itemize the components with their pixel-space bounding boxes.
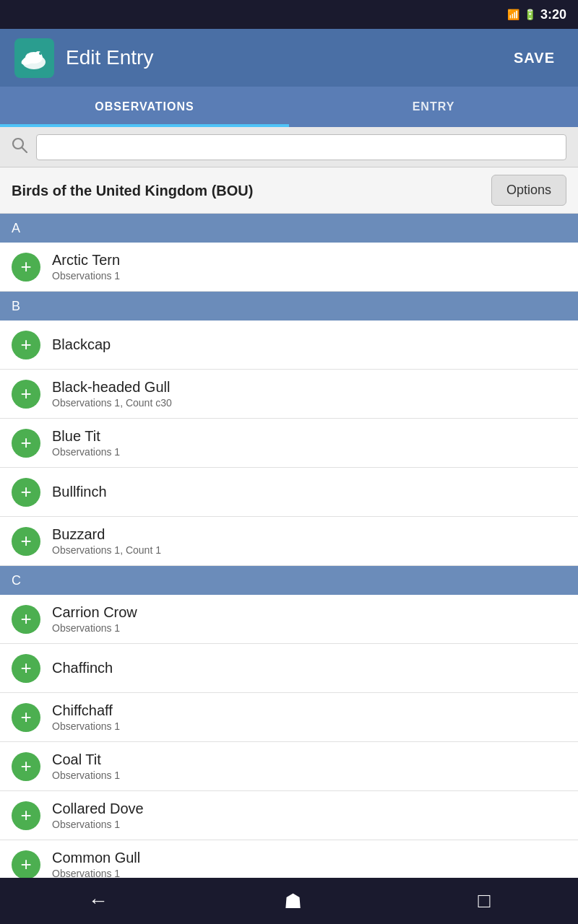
species-name: Bullfinch [52, 484, 107, 500]
plus-icon: + [20, 335, 31, 354]
list-item[interactable]: +Arctic TernObservations 1 [0, 243, 578, 292]
add-species-button[interactable]: + [12, 253, 40, 282]
species-name: Blue Tit [52, 428, 120, 445]
plus-icon: + [20, 806, 31, 824]
list-item[interactable]: +Blackcap [0, 321, 578, 370]
add-species-button[interactable]: + [12, 752, 40, 781]
search-input[interactable] [36, 134, 566, 160]
species-observations: Observations 1 [52, 622, 137, 634]
species-observations: Observations 1 [52, 270, 120, 282]
save-button[interactable]: SAVE [505, 44, 564, 72]
species-name: Chiffchaff [52, 702, 120, 719]
header-left: Edit Entry [14, 38, 153, 78]
plus-icon: + [20, 482, 31, 501]
species-text: Common GullObservations 1 [52, 850, 140, 878]
tab-entry[interactable]: ENTRY [289, 87, 578, 127]
species-observations: Observations 1 [52, 770, 120, 781]
plus-icon: + [20, 855, 31, 873]
add-species-button[interactable]: + [12, 380, 40, 409]
species-observations: Observations 1 [52, 446, 120, 458]
plus-icon: + [20, 609, 31, 628]
birds-list-title: Birds of the United Kingdom (BOU) [12, 182, 253, 199]
list-item[interactable]: +Collared DoveObservations 1 [0, 791, 578, 840]
add-species-button[interactable]: + [12, 429, 40, 458]
list-item[interactable]: +BuzzardObservations 1, Count 1 [0, 517, 578, 566]
species-text: Black-headed GullObservations 1, Count c… [52, 379, 172, 409]
app-header: Edit Entry SAVE [0, 29, 578, 87]
options-button[interactable]: Options [491, 175, 566, 206]
section-header-a: A [0, 214, 578, 243]
species-name: Collared Dove [52, 801, 144, 817]
species-observations: Observations 1 [52, 819, 144, 830]
list-item[interactable]: +Black-headed GullObservations 1, Count … [0, 370, 578, 419]
species-text: Arctic TernObservations 1 [52, 252, 120, 282]
species-text: BuzzardObservations 1, Count 1 [52, 526, 161, 556]
species-name: Buzzard [52, 526, 161, 543]
species-text: Chaffinch [52, 660, 113, 676]
birds-header: Birds of the United Kingdom (BOU) Option… [0, 167, 578, 214]
list-item[interactable]: +Chaffinch [0, 644, 578, 693]
species-observations: Observations 1 [52, 868, 140, 878]
status-time: 3:20 [540, 7, 566, 22]
plus-icon: + [20, 658, 31, 677]
plus-icon: + [20, 757, 31, 775]
svg-line-6 [22, 147, 27, 152]
species-name: Common Gull [52, 850, 140, 866]
list-item[interactable]: +Common GullObservations 1 [0, 840, 578, 878]
search-icon [12, 137, 27, 157]
tab-observations[interactable]: OBSERVATIONS [0, 87, 289, 127]
add-species-button[interactable]: + [12, 850, 40, 879]
tab-bar: OBSERVATIONS ENTRY [0, 87, 578, 127]
species-name: Blackcap [52, 336, 111, 353]
species-text: Coal TitObservations 1 [52, 751, 120, 781]
add-species-button[interactable]: + [12, 654, 40, 683]
battery-icon: 🔋 [524, 9, 536, 20]
species-text: Carrion CrowObservations 1 [52, 604, 137, 634]
search-bar [0, 127, 578, 167]
list-item[interactable]: +Carrion CrowObservations 1 [0, 595, 578, 644]
add-species-button[interactable]: + [12, 331, 40, 359]
app-logo [14, 38, 54, 78]
wifi-icon: 📶 [507, 9, 519, 20]
bottom-nav: ← ☗ □ [0, 878, 578, 924]
add-species-button[interactable]: + [12, 527, 40, 556]
add-species-button[interactable]: + [12, 605, 40, 634]
species-observations: Observations 1 [52, 720, 120, 732]
recents-button[interactable]: □ [460, 884, 507, 918]
plus-icon: + [20, 384, 31, 403]
list-item[interactable]: +Coal TitObservations 1 [0, 742, 578, 791]
species-name: Chaffinch [52, 660, 113, 676]
home-button[interactable]: ☗ [267, 884, 319, 919]
species-text: Bullfinch [52, 484, 107, 500]
add-species-button[interactable]: + [12, 703, 40, 732]
section-letter-a: A [12, 221, 20, 236]
list-item[interactable]: +Blue TitObservations 1 [0, 419, 578, 468]
species-observations: Observations 1, Count c30 [52, 397, 172, 409]
plus-icon: + [20, 433, 31, 452]
plus-icon: + [20, 531, 31, 550]
back-button[interactable]: ← [71, 884, 126, 918]
species-name: Arctic Tern [52, 252, 120, 269]
species-text: Blue TitObservations 1 [52, 428, 120, 458]
section-header-c: C [0, 566, 578, 595]
status-bar: 📶 🔋 3:20 [0, 0, 578, 29]
species-text: ChiffchaffObservations 1 [52, 702, 120, 732]
species-name: Black-headed Gull [52, 379, 172, 396]
species-name: Coal Tit [52, 751, 120, 768]
list-item[interactable]: +Bullfinch [0, 468, 578, 517]
section-header-b: B [0, 292, 578, 321]
species-list: A+Arctic TernObservations 1B+Blackcap+Bl… [0, 214, 578, 878]
plus-icon: + [20, 257, 31, 276]
svg-point-4 [39, 52, 42, 55]
species-observations: Observations 1, Count 1 [52, 544, 161, 556]
list-item[interactable]: +ChiffchaffObservations 1 [0, 693, 578, 742]
section-letter-b: B [12, 299, 20, 314]
add-species-button[interactable]: + [12, 801, 40, 830]
plus-icon: + [20, 707, 31, 726]
section-letter-c: C [12, 573, 21, 588]
add-species-button[interactable]: + [12, 478, 40, 507]
species-text: Collared DoveObservations 1 [52, 801, 144, 830]
status-icons: 📶 🔋 3:20 [507, 7, 566, 22]
page-title: Edit Entry [66, 46, 153, 69]
species-name: Carrion Crow [52, 604, 137, 621]
